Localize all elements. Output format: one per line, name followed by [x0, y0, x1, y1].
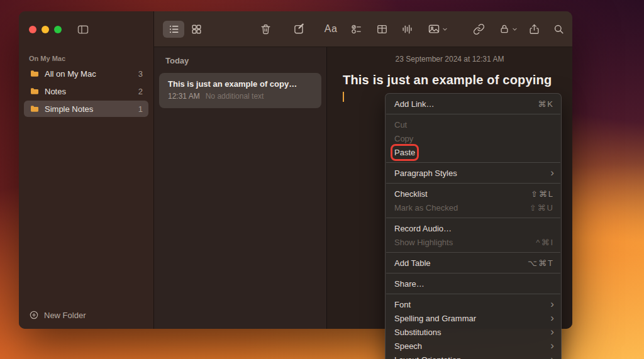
- menu-item-label: Show Highlights: [394, 238, 453, 247]
- sidebar-item-label: Simple Notes: [45, 104, 93, 114]
- traffic-lights: [29, 26, 62, 33]
- menu-item-layout-orientation[interactable]: Layout Orientation: [386, 353, 561, 359]
- menu-item-record-audio[interactable]: Record Audio…: [386, 221, 561, 235]
- menu-item-substitutions[interactable]: Substitutions: [386, 325, 561, 339]
- audio-waveform-button[interactable]: [396, 21, 418, 38]
- share-button[interactable]: [523, 21, 545, 38]
- note-date: 23 September 2024 at 12:31 AM: [327, 55, 572, 64]
- menu-item-show-highlights: Show Highlights ^⌘I: [386, 235, 561, 249]
- search-button[interactable]: [548, 21, 569, 38]
- menu-item-label: Cut: [394, 120, 407, 130]
- menu-item-add-link[interactable]: Add Link… ⌘K: [386, 97, 561, 111]
- menu-item-label: Font: [394, 300, 411, 309]
- chevron-down-icon: [442, 26, 448, 32]
- notes-group-header: Today: [165, 56, 315, 65]
- menu-item-mark-as-checked: Mark as Checked ⇧⌘U: [386, 201, 561, 214]
- format-label: Aa: [325, 23, 338, 35]
- sidebar-item-simple-notes[interactable]: Simple Notes 1: [24, 101, 148, 117]
- menu-item-label: Checklist: [394, 189, 428, 199]
- menu-item-paste[interactable]: Paste: [386, 145, 561, 159]
- photo-icon: [428, 23, 440, 35]
- menu-item-label: Share…: [394, 279, 425, 289]
- sidebar-item-label: All on My Mac: [45, 69, 96, 79]
- sidebar-item-count: 2: [138, 87, 143, 96]
- menu-separator: [386, 273, 560, 273]
- link-button[interactable]: [468, 21, 489, 38]
- menu-item-label: Mark as Checked: [394, 203, 458, 213]
- menu-item-label: Paste: [394, 148, 415, 157]
- new-note-button[interactable]: [289, 21, 310, 38]
- menu-item-copy: Copy: [386, 131, 561, 145]
- table-button[interactable]: [371, 21, 392, 38]
- new-folder-button[interactable]: New Folder: [19, 301, 153, 329]
- menu-item-shortcut: ⌥⌘T: [528, 258, 554, 268]
- sidebar-section-label: On My Mac: [19, 47, 153, 65]
- context-menu: Add Link… ⌘K Cut Copy Paste Paragraph St…: [385, 93, 562, 359]
- format-button[interactable]: Aa: [320, 21, 341, 38]
- menu-item-label: Substitutions: [394, 328, 441, 337]
- menu-item-label: Copy: [394, 134, 413, 143]
- note-title: This is just an example of copying: [343, 73, 557, 87]
- menu-item-font[interactable]: Font: [386, 297, 561, 311]
- menu-item-spelling-and-grammar[interactable]: Spelling and Grammar: [386, 311, 561, 325]
- menu-separator: [386, 218, 560, 218]
- note-list-item[interactable]: This is just an example of copy… 12:31 A…: [159, 73, 321, 108]
- note-item-title: This is just an example of copy…: [168, 79, 313, 89]
- menu-separator: [386, 252, 560, 253]
- sidebar-item-count: 1: [138, 104, 143, 114]
- menu-item-speech[interactable]: Speech: [386, 339, 561, 353]
- menu-item-label: Spelling and Grammar: [394, 314, 476, 323]
- folder-icon: [30, 104, 40, 114]
- titlebar: [19, 11, 153, 47]
- menu-item-shortcut: ⌘K: [538, 99, 554, 109]
- sidebar-item-notes[interactable]: Notes 2: [24, 83, 148, 99]
- zoom-button[interactable]: [54, 26, 62, 33]
- menu-item-shortcut: ⇧⌘L: [531, 189, 554, 199]
- note-item-preview: No additional text: [206, 92, 264, 101]
- menu-item-paragraph-styles[interactable]: Paragraph Styles: [386, 166, 561, 180]
- lock-icon: [499, 23, 510, 35]
- note-item-time: 12:31 AM: [168, 92, 200, 101]
- sidebar-item-label: Notes: [45, 87, 66, 96]
- menu-item-label: Paragraph Styles: [394, 168, 457, 178]
- gallery-view-button[interactable]: [186, 21, 207, 38]
- trash-icon[interactable]: [255, 21, 276, 38]
- menu-item-add-table[interactable]: Add Table ⌥⌘T: [386, 256, 561, 270]
- minimize-button[interactable]: [42, 26, 49, 33]
- notes-list-pane: Today This is just an example of copy… 1…: [154, 47, 327, 329]
- text-cursor: [343, 92, 344, 102]
- lock-button[interactable]: [494, 21, 522, 38]
- menu-item-cut: Cut: [386, 118, 561, 131]
- menu-separator: [386, 114, 560, 114]
- menu-separator: [386, 294, 560, 294]
- chevron-down-icon: [512, 26, 518, 32]
- sidebar-item-all-on-my-mac[interactable]: All on My Mac 3: [24, 65, 148, 82]
- plus-circle-icon: [29, 310, 39, 320]
- list-view-button[interactable]: [163, 21, 184, 38]
- close-button[interactable]: [29, 26, 36, 33]
- toolbar: Aa: [154, 11, 572, 47]
- menu-item-label: Record Audio…: [394, 224, 452, 233]
- sidebar: On My Mac All on My Mac 3 Notes 2 Simple…: [19, 11, 154, 329]
- menu-item-shortcut: ⇧⌘U: [530, 203, 554, 213]
- menu-item-shortcut: ^⌘I: [536, 238, 554, 247]
- menu-item-checklist[interactable]: Checklist ⇧⌘L: [386, 187, 561, 201]
- menu-item-label: Add Table: [394, 258, 431, 268]
- sidebar-item-count: 3: [138, 69, 143, 79]
- menu-separator: [386, 183, 560, 184]
- menu-item-label: Layout Orientation: [394, 355, 461, 359]
- checklist-button[interactable]: [345, 21, 367, 38]
- sidebar-toggle-icon[interactable]: [77, 23, 89, 36]
- new-folder-label: New Folder: [44, 311, 86, 320]
- menu-item-label: Add Link…: [394, 99, 435, 109]
- media-button[interactable]: [423, 21, 453, 38]
- folder-icon: [30, 86, 40, 96]
- menu-separator: [386, 162, 560, 163]
- menu-item-label: Speech: [394, 341, 422, 351]
- menu-item-share[interactable]: Share…: [386, 277, 561, 290]
- desktop: { "toolbar": { "format_label": "Aa" }, "…: [0, 0, 644, 359]
- folder-icon: [30, 69, 40, 79]
